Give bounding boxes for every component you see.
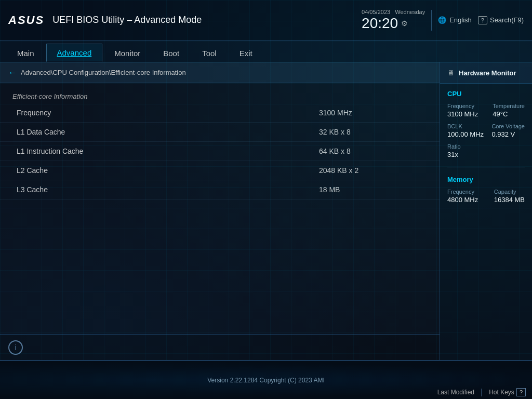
hot-keys-label: Hot Keys [489,389,514,396]
footer-version: Version 2.22.1284 Copyright (C) 2023 AMI [207,377,324,384]
hot-keys-key: ? [516,388,526,396]
footer-bottom-bar: Last Modified | Hot Keys ? [0,385,532,399]
footer-content: Version 2.22.1284 Copyright (C) 2023 AMI… [0,361,532,399]
last-modified-label: Last Modified [437,389,474,396]
last-modified-button[interactable]: Last Modified [437,388,474,397]
hot-keys-button[interactable]: Hot Keys ? [489,388,526,397]
footer-divider: | [481,388,483,397]
footer: Version 2.22.1284 Copyright (C) 2023 AMI… [0,360,532,399]
